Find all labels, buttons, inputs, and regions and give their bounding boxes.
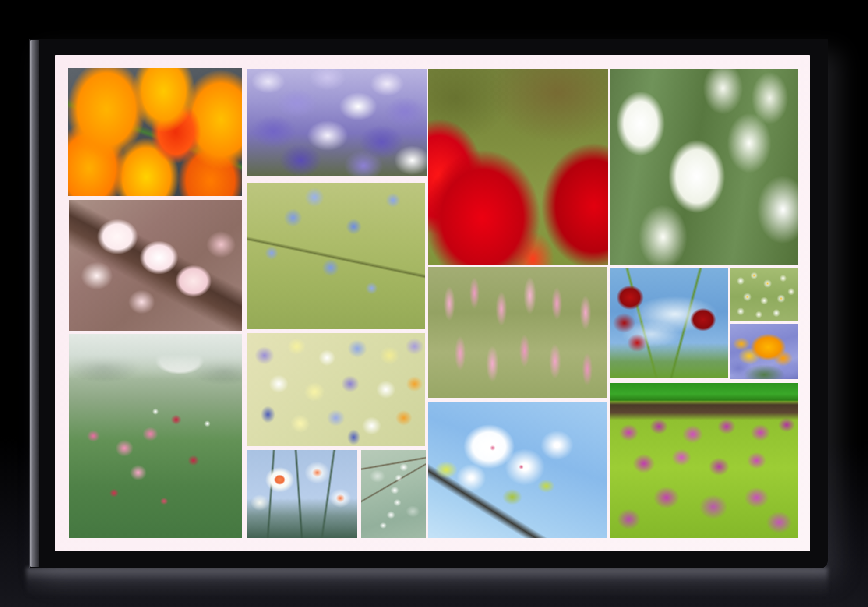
photo-pear-blossoms bbox=[428, 402, 607, 538]
photo-daffodils bbox=[247, 450, 357, 538]
photo-white-tulips bbox=[610, 69, 798, 265]
photo-pink-persicaria bbox=[428, 267, 607, 398]
photo-red-tulips bbox=[428, 69, 608, 265]
frame-side-highlight bbox=[30, 40, 39, 567]
photo-white-blossom-branch bbox=[361, 450, 426, 538]
photo-blue-flax bbox=[247, 183, 425, 329]
photo-daisies bbox=[730, 268, 798, 321]
photo-orange-crocus bbox=[730, 324, 798, 379]
collage-scene bbox=[0, 0, 868, 607]
photo-plum-blossoms bbox=[69, 200, 242, 331]
photo-crocus-field bbox=[247, 69, 427, 176]
photo-mixed-spring-flowers bbox=[247, 333, 425, 446]
photo-cosmos-field bbox=[69, 334, 242, 538]
picture-frame bbox=[30, 39, 828, 568]
photo-purple-poppy-field bbox=[610, 383, 798, 538]
frame-drop-shadow bbox=[26, 568, 828, 598]
mat-board bbox=[55, 55, 810, 551]
photo-orange-tulips bbox=[68, 68, 242, 196]
photo-red-poppies-sky bbox=[610, 268, 728, 378]
